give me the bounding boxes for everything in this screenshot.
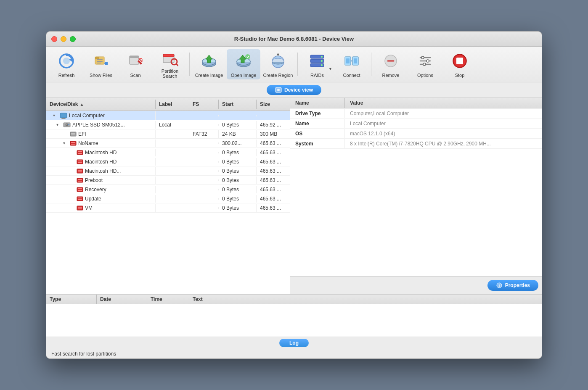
properties-footer: i Properties: [290, 276, 542, 294]
partition-red-icon: [77, 168, 83, 174]
log-panel: Type Date Time Text Log: [46, 294, 542, 349]
scan-button[interactable]: Scan: [119, 49, 152, 79]
prop-row-system: System 8 x Intel(R) Core(TM) i7-7820HQ C…: [290, 139, 542, 149]
remove-button[interactable]: Remove: [374, 49, 408, 79]
remove-label: Remove: [382, 73, 400, 78]
create-image-label: Create Image: [195, 73, 223, 78]
computer-icon: [60, 112, 67, 119]
tree-name-recovery: ▸ Recovery: [46, 186, 156, 193]
svg-rect-68: [78, 161, 82, 161]
maximize-button[interactable]: [70, 36, 76, 42]
expand-arrow[interactable]: ▾: [53, 113, 58, 118]
col-header-size: Size: [257, 100, 290, 109]
create-region-label: Create Region: [263, 73, 293, 78]
col-header-start: Start: [219, 100, 257, 109]
stop-button[interactable]: Stop: [443, 49, 477, 79]
device-view-icon: [275, 87, 282, 93]
partition-search-button[interactable]: Partition Search: [153, 49, 187, 79]
tree-row[interactable]: ▾ NoName 300.02... 465.63 ...: [46, 139, 290, 148]
create-region-button[interactable]: Create Region: [261, 49, 295, 79]
svg-rect-7: [97, 59, 103, 60]
device-panel: Device/Disk ▲ Label FS Start Size: [46, 98, 290, 294]
svg-rect-72: [78, 171, 82, 172]
properties-panel: Name Value Drive Type Computer,Local Com…: [290, 98, 542, 294]
options-icon: [415, 51, 435, 71]
raids-button[interactable]: RAIDs ▼: [300, 49, 334, 79]
tree-row[interactable]: ▸ Update 0 Bytes 465.63 ...: [46, 194, 290, 203]
tree-row[interactable]: ▸ Macintosh HD 0 Bytes 465.63 ...: [46, 148, 290, 157]
refresh-icon: [56, 51, 77, 71]
scan-icon: [125, 51, 146, 71]
device-view-header: Device view: [46, 82, 542, 98]
svg-point-22: [245, 54, 250, 59]
svg-rect-11: [130, 56, 139, 58]
prop-col-name: Name: [290, 98, 345, 108]
raids-label: RAIDs: [310, 73, 324, 78]
tree-row[interactable]: ▾ APPLE SSD SM0512... Local 0 Bytes: [46, 120, 290, 129]
svg-rect-8: [97, 61, 103, 62]
tree-name-vm: ▸ VM: [46, 204, 156, 212]
svg-rect-64: [77, 150, 83, 155]
device-tree[interactable]: ▾ Local Computer: [46, 111, 290, 294]
svg-point-31: [321, 60, 323, 62]
partition-red-icon: [77, 159, 83, 165]
tree-row[interactable]: ▸ VM 0 Bytes 465.63 ...: [46, 203, 290, 213]
tree-name-macintosh-hd-2: ▸ Macintosh HD: [46, 158, 156, 166]
tree-name-update: ▸ Update: [46, 195, 156, 203]
log-col-date: Date: [97, 295, 147, 304]
refresh-button[interactable]: Refresh: [50, 49, 83, 79]
create-image-icon: [199, 51, 219, 71]
svg-point-30: [321, 56, 323, 58]
log-button[interactable]: Log: [279, 339, 309, 347]
panels: Device/Disk ▲ Label FS Start Size: [46, 98, 542, 294]
partition-red-icon: [77, 150, 83, 155]
svg-rect-67: [77, 160, 83, 164]
show-files-button[interactable]: Show Files: [84, 49, 118, 79]
prop-row-drive-type: Drive Type Computer,Local Computer: [290, 108, 542, 119]
partition-gray-icon: [70, 131, 77, 137]
svg-rect-48: [456, 58, 463, 64]
connect-button[interactable]: Connect: [335, 49, 368, 79]
svg-rect-36: [346, 58, 350, 63]
svg-rect-62: [71, 142, 75, 143]
svg-rect-4: [95, 57, 99, 59]
open-image-button[interactable]: Open Image: [227, 49, 260, 79]
svg-rect-79: [77, 197, 83, 201]
svg-point-56: [66, 124, 67, 125]
tree-row[interactable]: ▾ Local Computer: [46, 111, 290, 120]
log-col-time: Time: [147, 295, 189, 304]
svg-rect-53: [61, 119, 66, 119]
tree-row[interactable]: ▸ Preboot 0 Bytes 465.63 ...: [46, 176, 290, 185]
minimize-button[interactable]: [61, 36, 66, 42]
toolbar: Refresh Show Files: [46, 47, 542, 82]
svg-rect-81: [78, 199, 82, 200]
svg-rect-66: [78, 153, 82, 154]
connect-label: Connect: [343, 73, 360, 78]
device-view-button[interactable]: Device view: [267, 85, 321, 95]
create-region-icon: [268, 51, 288, 71]
close-button[interactable]: [51, 36, 57, 42]
properties-button[interactable]: i Properties: [487, 280, 538, 291]
log-header: Type Date Time Text: [46, 295, 542, 304]
disk-icon: [63, 122, 71, 128]
prop-col-value: Value: [345, 98, 542, 108]
expand-arrow[interactable]: ▾: [63, 141, 68, 145]
stop-icon: [450, 51, 470, 71]
open-image-icon: [233, 51, 254, 71]
properties-icon: i: [496, 282, 503, 289]
tree-row[interactable]: ▸ Recovery 0 Bytes 465.63 ...: [46, 185, 290, 194]
tree-row[interactable]: ▸ EFI FAT32 24 KB 300 MB: [46, 129, 290, 139]
svg-rect-9: [97, 63, 101, 63]
tree-row[interactable]: ▸ Macintosh HD 0 Bytes 465.63 ...: [46, 157, 290, 166]
main-content: Device view Device/Disk ▲ Label FS: [46, 82, 542, 358]
partition-red-icon: [77, 187, 83, 192]
expand-arrow[interactable]: ▾: [56, 122, 61, 127]
log-footer: Log: [46, 337, 542, 349]
separator-3: [371, 53, 371, 76]
log-content[interactable]: [46, 304, 542, 337]
create-image-button[interactable]: Create Image: [192, 49, 226, 79]
partition-red-icon: [77, 196, 83, 202]
options-button[interactable]: Options: [408, 49, 442, 79]
tree-row[interactable]: ▸ Macintosh HD... 0 Bytes 465.63 ...: [46, 166, 290, 176]
titlebar: R-Studio for Mac Demo 6.8.6081 - Device …: [46, 32, 542, 47]
